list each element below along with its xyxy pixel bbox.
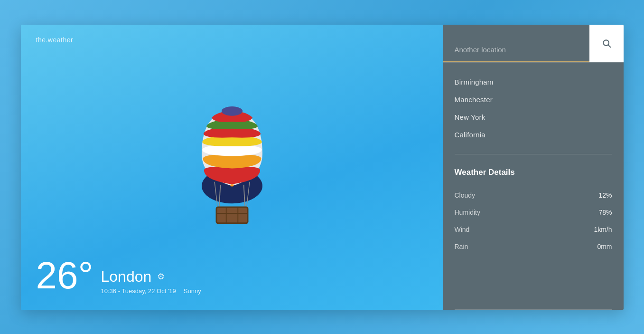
location-item-newyork[interactable]: New York [455, 109, 612, 125]
svg-line-13 [608, 45, 610, 48]
svg-point-1 [221, 106, 242, 116]
settings-icon[interactable]: ⚙ [157, 271, 165, 282]
detail-label-cloudy: Cloudy [455, 191, 476, 199]
datetime-row: 10:36 - Tuesday, 22 Oct '19 Sunny [101, 287, 201, 295]
location-item-birmingham[interactable]: Birmingham [455, 74, 612, 90]
app-logo: the.weather [36, 36, 428, 44]
svg-point-11 [230, 184, 233, 186]
detail-value-rain: 0mm [597, 243, 612, 250]
search-bar [443, 25, 624, 63]
city-name: London [101, 268, 151, 286]
datetime-text: 10:36 - Tuesday, 22 Oct '19 [101, 287, 176, 295]
detail-row-humidity: Humidity 78% [455, 204, 612, 221]
locations-list: Birmingham Manchester New York Californi… [443, 63, 624, 150]
weather-details-section: Weather Details Cloudy 12% Humidity 78% … [443, 158, 624, 307]
divider-locations [455, 154, 612, 154]
balloon-illustration [166, 84, 299, 236]
sidebar: Birmingham Manchester New York Californi… [443, 25, 624, 310]
location-row: London ⚙ [101, 268, 201, 286]
detail-row-cloudy: Cloudy 12% [455, 187, 612, 204]
app-container: the.weather [21, 25, 624, 310]
temperature-display: 26° [36, 257, 93, 295]
detail-value-cloudy: 12% [598, 191, 612, 199]
divider-bottom [455, 309, 612, 310]
detail-value-humidity: 78% [598, 209, 612, 216]
location-block: London ⚙ 10:36 - Tuesday, 22 Oct '19 Sun… [101, 268, 201, 295]
search-input-wrap[interactable] [443, 34, 589, 62]
weather-panel: the.weather [21, 25, 443, 310]
detail-label-rain: Rain [455, 243, 468, 250]
detail-row-rain: Rain 0mm [455, 238, 612, 255]
detail-value-wind: 1km/h [594, 226, 612, 233]
detail-label-humidity: Humidity [455, 209, 480, 216]
weather-info: 26° London ⚙ 10:36 - Tuesday, 22 Oct '19… [36, 257, 428, 295]
detail-row-wind: Wind 1km/h [455, 221, 612, 238]
location-item-california[interactable]: California [455, 127, 612, 143]
weather-details-title: Weather Details [455, 168, 612, 177]
location-search-input[interactable] [455, 46, 580, 56]
search-button[interactable] [589, 25, 624, 62]
condition-text: Sunny [184, 287, 201, 295]
svg-rect-7 [217, 207, 247, 222]
detail-label-wind: Wind [455, 226, 470, 233]
location-item-manchester[interactable]: Manchester [455, 92, 612, 107]
